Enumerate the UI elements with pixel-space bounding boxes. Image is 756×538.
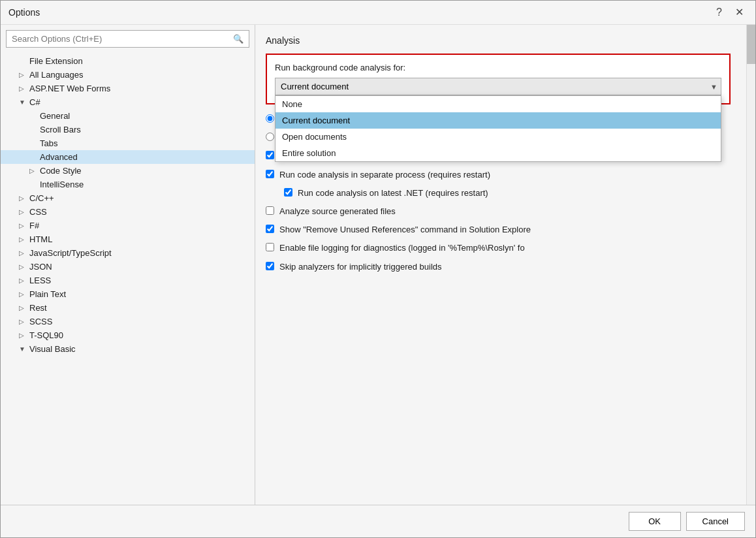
tree-item-css[interactable]: ▷CSS (1, 205, 255, 219)
dropdown-option-none[interactable]: None (276, 96, 721, 112)
tree-arrow-fsharp: ▷ (19, 222, 27, 229)
remove-unused-checkbox[interactable] (266, 225, 274, 233)
source-generated-label: Analyze source generated files (279, 206, 396, 217)
tree-label-less: LESS (29, 276, 51, 285)
tree-item-csharp-general[interactable]: General (1, 109, 255, 123)
dropdown-option-entire-solution[interactable]: Entire solution (276, 145, 721, 161)
tree-item-file-extension[interactable]: File Extension (1, 54, 255, 68)
tree-label-file-extension: File Extension (29, 56, 83, 66)
dropdown-option-open-documents[interactable]: Open documents (276, 129, 721, 145)
search-box: 🔍 (6, 30, 249, 48)
tree-label-html: HTML (29, 234, 52, 244)
tree-arrow-json: ▷ (19, 263, 27, 270)
right-scrollbar[interactable] (746, 25, 755, 505)
section-title: Analysis (266, 35, 731, 46)
radio-end-of-line[interactable] (266, 114, 274, 123)
tree-item-csharp[interactable]: ▼C# (1, 95, 255, 109)
ok-button[interactable]: OK (629, 512, 681, 531)
tree-arrow-tsql90: ▷ (19, 332, 27, 339)
tree-label-csharp: C# (29, 97, 40, 107)
right-content: Analysis Run background code analysis fo… (255, 25, 746, 505)
cancel-button[interactable]: Cancel (686, 512, 745, 531)
separate-process-label: Run code analysis in separate process (r… (279, 169, 490, 181)
analysis-dropdown[interactable]: NoneCurrent documentOpen documentsEntire… (275, 78, 721, 95)
dropdown-container: NoneCurrent documentOpen documentsEntire… (275, 78, 721, 95)
tree-item-csharp-intellisense[interactable]: IntelliSense (1, 178, 255, 191)
tree-item-cppcpp[interactable]: ▷C/C++ (1, 191, 255, 205)
remove-unused-row: Show "Remove Unused References" command … (266, 224, 731, 236)
tree-arrow-less: ▷ (19, 277, 27, 284)
tree-label-csharp-scrollbars: Scroll Bars (40, 125, 81, 134)
tree-arrow-aspnet-web-forms: ▷ (19, 85, 27, 92)
tree-item-javascript-typescript[interactable]: ▷JavaScript/TypeScript (1, 246, 255, 260)
search-input[interactable] (7, 31, 228, 47)
remove-unused-label: Show "Remove Unused References" command … (279, 224, 531, 236)
tree-label-rest: Rest (29, 303, 47, 313)
skip-analyzers-label: Skip analyzers for implicitly triggered … (279, 261, 442, 273)
tree-label-csharp-tabs: Tabs (40, 138, 57, 148)
dialog-body: 🔍 File Extension▷All Languages▷ASP.NET W… (1, 25, 755, 505)
tree-item-less[interactable]: ▷LESS (1, 274, 255, 287)
tree-arrow-csharp: ▼ (19, 99, 27, 106)
tree-item-csharp-scrollbars[interactable]: Scroll Bars (1, 123, 255, 136)
tree-arrow-all-languages: ▷ (19, 71, 27, 78)
scrollbar-thumb[interactable] (747, 25, 755, 64)
tree-label-csharp-intellisense: IntelliSense (40, 180, 84, 189)
tree-label-all-languages: All Languages (29, 70, 83, 80)
analysis-dropdown-section: Run background code analysis for: NoneCu… (266, 54, 731, 104)
tree-item-aspnet-web-forms[interactable]: ▷ASP.NET Web Forms (1, 82, 255, 95)
tree-label-csharp-general: General (40, 111, 70, 121)
right-panel: Analysis Run background code analysis fo… (255, 25, 755, 505)
dropdown-popup: NoneCurrent documentOpen documentsEntire… (275, 95, 721, 162)
source-generated-row: Analyze source generated files (266, 206, 731, 217)
tree-label-fsharp: F# (29, 221, 39, 230)
tree-label-json: JSON (29, 262, 52, 272)
separate-process-row: Run code analysis in separate process (r… (266, 169, 731, 181)
latest-net-label: Run code analysis on latest .NET (requir… (298, 187, 488, 199)
tree-item-csharp-tabs[interactable]: Tabs (1, 136, 255, 150)
tree-label-csharp-codestyle: Code Style (40, 166, 82, 176)
tree-item-csharp-advanced[interactable]: Advanced (1, 150, 255, 164)
skip-analyzers-checkbox[interactable] (266, 262, 274, 270)
tree-arrow-plain-text: ▷ (19, 291, 27, 298)
separate-process-checkbox[interactable] (266, 170, 274, 178)
tree-arrow-rest: ▷ (19, 304, 27, 311)
tree-item-html[interactable]: ▷HTML (1, 232, 255, 246)
tree-arrow-css: ▷ (19, 208, 27, 215)
tree-label-javascript-typescript: JavaScript/TypeScript (29, 248, 112, 258)
latest-net-row: Run code analysis on latest .NET (requir… (266, 187, 731, 199)
tree-label-tsql90: T-SQL90 (29, 330, 63, 340)
tree-label-cppcpp: C/C++ (29, 193, 54, 203)
tree-arrow-html: ▷ (19, 236, 27, 243)
options-tree: File Extension▷All Languages▷ASP.NET Web… (1, 53, 255, 505)
help-button[interactable]: ? (712, 6, 726, 19)
tree-item-csharp-codestyle[interactable]: ▷Code Style (1, 164, 255, 178)
close-button[interactable]: ✕ (731, 6, 748, 19)
tree-item-fsharp[interactable]: ▷F# (1, 219, 255, 232)
dropdown-option-current-document[interactable]: Current document (276, 112, 721, 129)
radio-right-edge[interactable] (266, 133, 274, 141)
tree-arrow-cppcpp: ▷ (19, 195, 27, 202)
tree-arrow-visual-basic: ▼ (19, 345, 27, 353)
tree-label-csharp-advanced: Advanced (40, 152, 78, 162)
bottom-bar: OK Cancel (1, 505, 755, 537)
tree-label-css: CSS (29, 207, 47, 217)
tree-item-json[interactable]: ▷JSON (1, 260, 255, 274)
source-generated-checkbox[interactable] (266, 206, 274, 215)
file-logging-label: Enable file logging for diagnostics (log… (279, 242, 525, 254)
left-panel: 🔍 File Extension▷All Languages▷ASP.NET W… (1, 25, 255, 505)
tree-item-visual-basic[interactable]: ▼Visual Basic (1, 342, 255, 356)
tree-item-scss[interactable]: ▷SCSS (1, 315, 255, 328)
tree-item-plain-text[interactable]: ▷Plain Text (1, 287, 255, 301)
tree-item-tsql90[interactable]: ▷T-SQL90 (1, 328, 255, 342)
file-logging-row: Enable file logging for diagnostics (log… (266, 242, 731, 254)
dropdown-label: Run background code analysis for: (275, 63, 721, 72)
tree-arrow-csharp-codestyle: ▷ (29, 167, 37, 174)
tree-item-rest[interactable]: ▷Rest (1, 301, 255, 315)
tree-item-all-languages[interactable]: ▷All Languages (1, 68, 255, 82)
file-logging-checkbox[interactable] (266, 243, 274, 251)
latest-net-checkbox[interactable] (284, 188, 292, 197)
skip-analyzers-row: Skip analyzers for implicitly triggered … (266, 261, 731, 273)
tree-arrow-javascript-typescript: ▷ (19, 249, 27, 257)
pull-diagnostics-checkbox[interactable] (266, 151, 274, 159)
